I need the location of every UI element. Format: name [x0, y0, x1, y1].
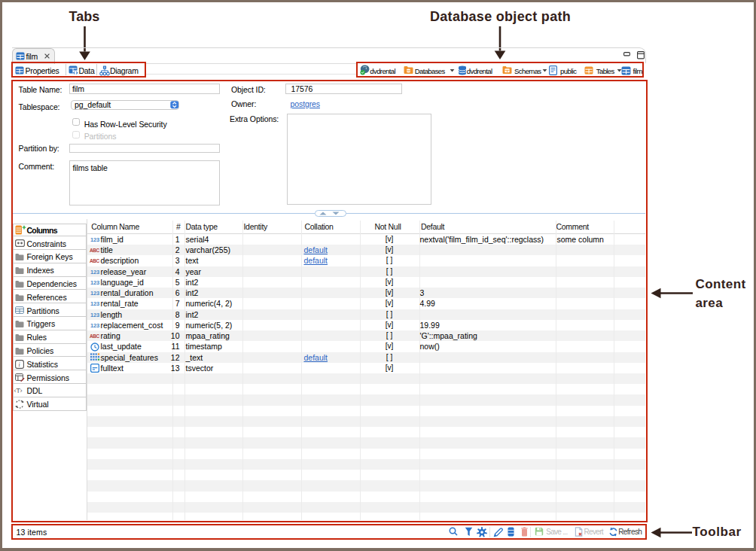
svg-text:i: i [18, 361, 20, 368]
